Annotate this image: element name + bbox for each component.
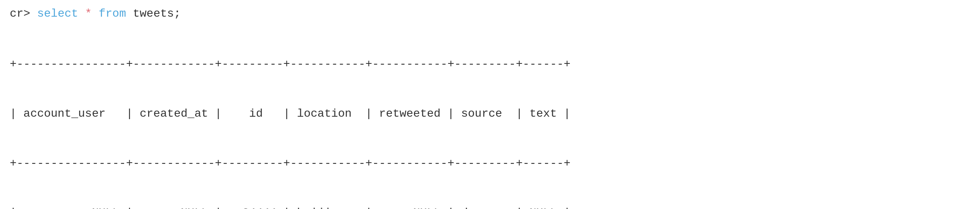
command-line: cr> select * from tweets; (10, 7, 970, 20)
table-header: | account_user | created_at | id | locat… (10, 106, 970, 122)
space1 (78, 7, 85, 20)
keyword-select: select (37, 7, 78, 20)
header-separator: +----------------+------------+---------… (10, 155, 970, 172)
keyword-star: * (85, 7, 92, 20)
space2 (92, 7, 99, 20)
prompt-cr: cr> (10, 7, 37, 20)
table-row: | NULL | NULL | 34444 | beijing | NULL |… (10, 205, 970, 209)
terminal-window: cr> select * from tweets; +-------------… (10, 7, 970, 209)
query-result-table: +----------------+------------+---------… (10, 23, 970, 209)
keyword-from: from (98, 7, 126, 20)
top-separator: +----------------+------------+---------… (10, 56, 970, 73)
table-name: tweets; (126, 7, 181, 20)
